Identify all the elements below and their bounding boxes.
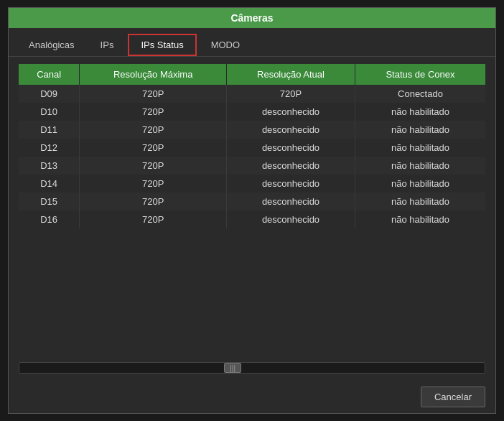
- table-row: D14720Pdesconhecidonão habilitado: [19, 175, 485, 193]
- tab-ips-status[interactable]: IPs Status: [128, 34, 196, 56]
- tab-bar: Analógicas IPs IPs Status MODO: [9, 28, 495, 57]
- dialog-footer: Cancelar: [9, 381, 495, 413]
- table-row: D11720Pdesconhecidonão habilitado: [19, 121, 485, 139]
- col-header-status: Status de Conex: [355, 64, 485, 85]
- main-content: Canal Resolução Máxima Resolução Atual S…: [9, 57, 495, 381]
- table-row: D09720P720PConectado: [19, 85, 485, 103]
- tab-modo[interactable]: MODO: [200, 34, 251, 56]
- tab-analogicas[interactable]: Analógicas: [17, 34, 86, 56]
- table-row: D12720Pdesconhecidonão habilitado: [19, 139, 485, 157]
- cameras-dialog: Câmeras Analógicas IPs IPs Status MODO C…: [8, 7, 496, 414]
- table-row: D10720Pdesconhecidonão habilitado: [19, 103, 485, 121]
- scrollbar[interactable]: |||: [19, 362, 485, 374]
- table-row: D16720Pdesconhecidonão habilitado: [19, 210, 485, 228]
- dialog-title: Câmeras: [9, 8, 495, 28]
- col-header-res-atual: Resolução Atual: [227, 64, 355, 85]
- col-header-canal: Canal: [19, 64, 80, 85]
- table-row: D13720Pdesconhecidonão habilitado: [19, 157, 485, 175]
- table-row: D15720Pdesconhecidonão habilitado: [19, 193, 485, 210]
- table-container: Canal Resolução Máxima Resolução Atual S…: [19, 64, 485, 356]
- col-header-res-max: Resolução Máxima: [80, 64, 227, 85]
- status-table: Canal Resolução Máxima Resolução Atual S…: [19, 64, 485, 228]
- scrollbar-thumb[interactable]: |||: [224, 363, 241, 373]
- tab-ips[interactable]: IPs: [89, 34, 126, 56]
- scrollbar-track: |||: [19, 363, 485, 373]
- cancel-button[interactable]: Cancelar: [421, 387, 485, 407]
